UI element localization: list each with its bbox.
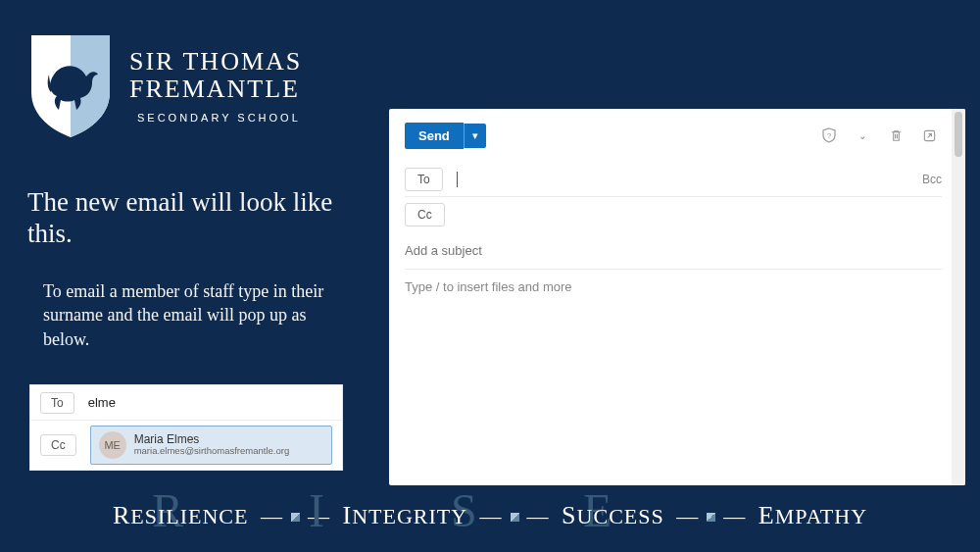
separator-icon bbox=[707, 513, 715, 522]
school-subtitle: SECONDARY SCHOOL bbox=[137, 112, 301, 124]
compose-to-row: To Bcc bbox=[405, 162, 942, 197]
popout-icon[interactable] bbox=[916, 123, 942, 148]
encrypt-icon[interactable]: ? bbox=[816, 123, 842, 148]
school-name-line2: FREMANTLE bbox=[129, 75, 309, 104]
slide-body-text: To email a member of staff type in their… bbox=[43, 279, 357, 351]
compose-subject-row bbox=[405, 232, 942, 270]
example-typed-text[interactable]: elme bbox=[88, 395, 332, 410]
school-logo-block: SIR THOMAS FREMANTLE SECONDARY SCHOOL bbox=[27, 31, 309, 139]
shield-logo-icon bbox=[27, 31, 114, 139]
example-to-label[interactable]: To bbox=[40, 392, 74, 414]
example-cc-label[interactable]: Cc bbox=[40, 434, 76, 456]
compose-window: Send ▾ ? ⌄ To bbox=[389, 109, 965, 485]
chevron-down-icon[interactable]: ⌄ bbox=[850, 123, 875, 148]
example-autocomplete: To elme Cc ME Maria Elmes maria.elmes@si… bbox=[29, 384, 343, 471]
cc-chip[interactable]: Cc bbox=[405, 203, 445, 226]
compose-toolbar: Send ▾ ? ⌄ bbox=[405, 119, 942, 152]
value-resilience: ESILIENCE bbox=[130, 504, 248, 528]
separator-icon bbox=[511, 513, 519, 522]
value-success: UCCESS bbox=[577, 504, 664, 528]
rise-values-footer: R I S E RESILIENCE —— INTEGRITY —— SUCCE… bbox=[0, 501, 980, 530]
compose-body-placeholder[interactable]: Type / to insert files and more bbox=[405, 270, 942, 294]
subject-input[interactable] bbox=[405, 243, 942, 258]
to-chip[interactable]: To bbox=[405, 168, 443, 191]
value-empathy: MPATHY bbox=[775, 504, 867, 528]
send-button[interactable]: Send bbox=[405, 123, 464, 149]
svg-text:?: ? bbox=[827, 131, 832, 140]
school-name-line1: SIR THOMAS bbox=[129, 47, 309, 76]
bcc-toggle[interactable]: Bcc bbox=[922, 173, 942, 186]
compose-cc-row: Cc bbox=[405, 197, 942, 232]
autocomplete-suggestion[interactable]: ME Maria Elmes maria.elmes@sirthomasfrem… bbox=[90, 426, 332, 465]
avatar: ME bbox=[99, 431, 126, 459]
separator-icon bbox=[291, 513, 300, 522]
text-cursor[interactable] bbox=[457, 172, 458, 187]
vertical-scrollbar[interactable] bbox=[952, 109, 965, 485]
send-dropdown-button[interactable]: ▾ bbox=[464, 124, 486, 148]
value-integrity: NTEGRITY bbox=[352, 504, 467, 528]
trash-icon[interactable] bbox=[883, 123, 908, 148]
suggestion-email: maria.elmes@sirthomasfremantle.org bbox=[134, 446, 290, 456]
chevron-down-icon: ▾ bbox=[472, 129, 478, 141]
slide-heading: The new email will look like this. bbox=[27, 186, 361, 250]
